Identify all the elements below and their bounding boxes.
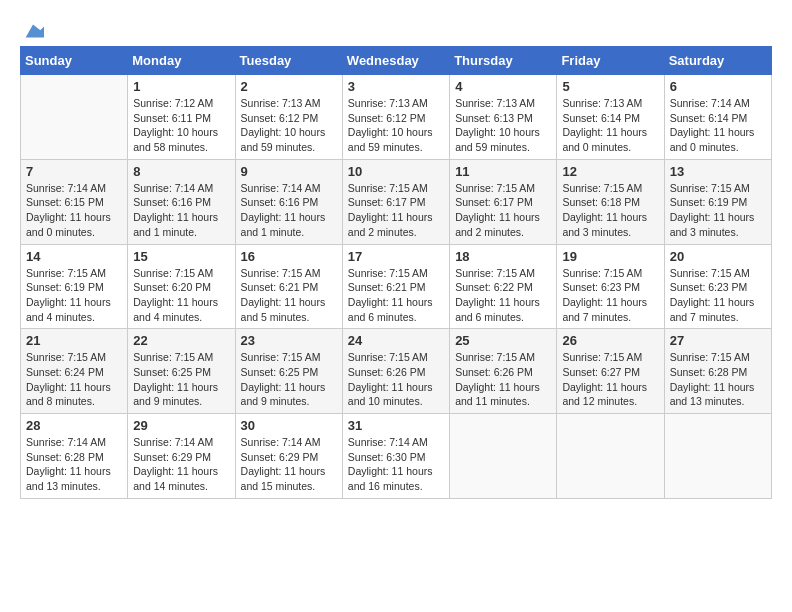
calendar-table: SundayMondayTuesdayWednesdayThursdayFrid… — [20, 46, 772, 499]
day-number: 1 — [133, 79, 229, 94]
calendar-week-row: 1Sunrise: 7:12 AMSunset: 6:11 PMDaylight… — [21, 75, 772, 160]
day-info: Sunrise: 7:15 AMSunset: 6:25 PMDaylight:… — [241, 350, 337, 409]
day-info: Sunrise: 7:15 AMSunset: 6:22 PMDaylight:… — [455, 266, 551, 325]
day-number: 23 — [241, 333, 337, 348]
calendar-header-saturday: Saturday — [664, 47, 771, 75]
calendar-cell: 13Sunrise: 7:15 AMSunset: 6:19 PMDayligh… — [664, 159, 771, 244]
calendar-header-row: SundayMondayTuesdayWednesdayThursdayFrid… — [21, 47, 772, 75]
day-info: Sunrise: 7:15 AMSunset: 6:26 PMDaylight:… — [455, 350, 551, 409]
calendar-cell — [664, 414, 771, 499]
calendar-cell: 1Sunrise: 7:12 AMSunset: 6:11 PMDaylight… — [128, 75, 235, 160]
calendar-cell: 4Sunrise: 7:13 AMSunset: 6:13 PMDaylight… — [450, 75, 557, 160]
day-number: 7 — [26, 164, 122, 179]
calendar-cell: 10Sunrise: 7:15 AMSunset: 6:17 PMDayligh… — [342, 159, 449, 244]
day-number: 12 — [562, 164, 658, 179]
day-number: 28 — [26, 418, 122, 433]
page-header — [20, 20, 772, 36]
day-info: Sunrise: 7:15 AMSunset: 6:17 PMDaylight:… — [348, 181, 444, 240]
calendar-header-wednesday: Wednesday — [342, 47, 449, 75]
day-info: Sunrise: 7:14 AMSunset: 6:14 PMDaylight:… — [670, 96, 766, 155]
day-info: Sunrise: 7:13 AMSunset: 6:13 PMDaylight:… — [455, 96, 551, 155]
calendar-cell: 12Sunrise: 7:15 AMSunset: 6:18 PMDayligh… — [557, 159, 664, 244]
day-info: Sunrise: 7:15 AMSunset: 6:23 PMDaylight:… — [562, 266, 658, 325]
calendar-week-row: 7Sunrise: 7:14 AMSunset: 6:15 PMDaylight… — [21, 159, 772, 244]
calendar-cell: 3Sunrise: 7:13 AMSunset: 6:12 PMDaylight… — [342, 75, 449, 160]
calendar-cell: 19Sunrise: 7:15 AMSunset: 6:23 PMDayligh… — [557, 244, 664, 329]
day-info: Sunrise: 7:15 AMSunset: 6:21 PMDaylight:… — [348, 266, 444, 325]
day-info: Sunrise: 7:15 AMSunset: 6:19 PMDaylight:… — [670, 181, 766, 240]
day-number: 4 — [455, 79, 551, 94]
calendar-cell: 29Sunrise: 7:14 AMSunset: 6:29 PMDayligh… — [128, 414, 235, 499]
calendar-cell: 25Sunrise: 7:15 AMSunset: 6:26 PMDayligh… — [450, 329, 557, 414]
calendar-cell — [450, 414, 557, 499]
calendar-cell: 21Sunrise: 7:15 AMSunset: 6:24 PMDayligh… — [21, 329, 128, 414]
day-number: 16 — [241, 249, 337, 264]
day-info: Sunrise: 7:14 AMSunset: 6:29 PMDaylight:… — [133, 435, 229, 494]
calendar-week-row: 28Sunrise: 7:14 AMSunset: 6:28 PMDayligh… — [21, 414, 772, 499]
day-info: Sunrise: 7:15 AMSunset: 6:17 PMDaylight:… — [455, 181, 551, 240]
calendar-cell: 28Sunrise: 7:14 AMSunset: 6:28 PMDayligh… — [21, 414, 128, 499]
day-number: 21 — [26, 333, 122, 348]
day-number: 31 — [348, 418, 444, 433]
day-number: 11 — [455, 164, 551, 179]
calendar-cell: 14Sunrise: 7:15 AMSunset: 6:19 PMDayligh… — [21, 244, 128, 329]
day-number: 22 — [133, 333, 229, 348]
calendar-cell: 2Sunrise: 7:13 AMSunset: 6:12 PMDaylight… — [235, 75, 342, 160]
day-number: 6 — [670, 79, 766, 94]
day-info: Sunrise: 7:14 AMSunset: 6:16 PMDaylight:… — [133, 181, 229, 240]
day-number: 27 — [670, 333, 766, 348]
day-info: Sunrise: 7:12 AMSunset: 6:11 PMDaylight:… — [133, 96, 229, 155]
day-info: Sunrise: 7:13 AMSunset: 6:12 PMDaylight:… — [241, 96, 337, 155]
day-number: 8 — [133, 164, 229, 179]
day-number: 26 — [562, 333, 658, 348]
day-info: Sunrise: 7:15 AMSunset: 6:23 PMDaylight:… — [670, 266, 766, 325]
calendar-cell — [21, 75, 128, 160]
calendar-cell: 5Sunrise: 7:13 AMSunset: 6:14 PMDaylight… — [557, 75, 664, 160]
day-info: Sunrise: 7:15 AMSunset: 6:21 PMDaylight:… — [241, 266, 337, 325]
day-info: Sunrise: 7:15 AMSunset: 6:19 PMDaylight:… — [26, 266, 122, 325]
day-number: 13 — [670, 164, 766, 179]
calendar-cell: 18Sunrise: 7:15 AMSunset: 6:22 PMDayligh… — [450, 244, 557, 329]
calendar-cell: 23Sunrise: 7:15 AMSunset: 6:25 PMDayligh… — [235, 329, 342, 414]
day-number: 20 — [670, 249, 766, 264]
calendar-cell: 27Sunrise: 7:15 AMSunset: 6:28 PMDayligh… — [664, 329, 771, 414]
calendar-cell: 20Sunrise: 7:15 AMSunset: 6:23 PMDayligh… — [664, 244, 771, 329]
calendar-week-row: 21Sunrise: 7:15 AMSunset: 6:24 PMDayligh… — [21, 329, 772, 414]
calendar-cell: 31Sunrise: 7:14 AMSunset: 6:30 PMDayligh… — [342, 414, 449, 499]
day-number: 17 — [348, 249, 444, 264]
calendar-cell — [557, 414, 664, 499]
calendar-cell: 9Sunrise: 7:14 AMSunset: 6:16 PMDaylight… — [235, 159, 342, 244]
calendar-header-tuesday: Tuesday — [235, 47, 342, 75]
calendar-header-friday: Friday — [557, 47, 664, 75]
day-info: Sunrise: 7:14 AMSunset: 6:16 PMDaylight:… — [241, 181, 337, 240]
day-number: 2 — [241, 79, 337, 94]
day-info: Sunrise: 7:14 AMSunset: 6:30 PMDaylight:… — [348, 435, 444, 494]
calendar-cell: 15Sunrise: 7:15 AMSunset: 6:20 PMDayligh… — [128, 244, 235, 329]
calendar-cell: 30Sunrise: 7:14 AMSunset: 6:29 PMDayligh… — [235, 414, 342, 499]
day-number: 29 — [133, 418, 229, 433]
day-number: 14 — [26, 249, 122, 264]
day-info: Sunrise: 7:15 AMSunset: 6:20 PMDaylight:… — [133, 266, 229, 325]
day-info: Sunrise: 7:15 AMSunset: 6:18 PMDaylight:… — [562, 181, 658, 240]
day-number: 18 — [455, 249, 551, 264]
day-info: Sunrise: 7:14 AMSunset: 6:28 PMDaylight:… — [26, 435, 122, 494]
calendar-header-sunday: Sunday — [21, 47, 128, 75]
day-info: Sunrise: 7:14 AMSunset: 6:29 PMDaylight:… — [241, 435, 337, 494]
calendar-header-monday: Monday — [128, 47, 235, 75]
day-info: Sunrise: 7:13 AMSunset: 6:12 PMDaylight:… — [348, 96, 444, 155]
calendar-cell: 6Sunrise: 7:14 AMSunset: 6:14 PMDaylight… — [664, 75, 771, 160]
logo — [20, 20, 44, 36]
day-number: 25 — [455, 333, 551, 348]
day-info: Sunrise: 7:15 AMSunset: 6:28 PMDaylight:… — [670, 350, 766, 409]
day-info: Sunrise: 7:15 AMSunset: 6:26 PMDaylight:… — [348, 350, 444, 409]
day-number: 19 — [562, 249, 658, 264]
calendar-cell: 17Sunrise: 7:15 AMSunset: 6:21 PMDayligh… — [342, 244, 449, 329]
calendar-cell: 26Sunrise: 7:15 AMSunset: 6:27 PMDayligh… — [557, 329, 664, 414]
day-number: 3 — [348, 79, 444, 94]
calendar-week-row: 14Sunrise: 7:15 AMSunset: 6:19 PMDayligh… — [21, 244, 772, 329]
day-info: Sunrise: 7:15 AMSunset: 6:25 PMDaylight:… — [133, 350, 229, 409]
day-number: 9 — [241, 164, 337, 179]
day-number: 5 — [562, 79, 658, 94]
day-number: 30 — [241, 418, 337, 433]
calendar-header-thursday: Thursday — [450, 47, 557, 75]
